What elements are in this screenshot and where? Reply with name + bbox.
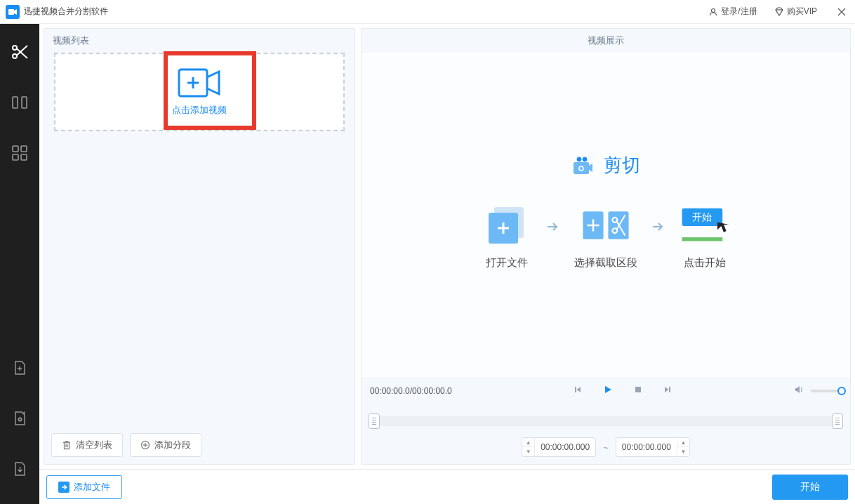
add-file-label: 添加文件	[74, 481, 110, 493]
stop-icon	[634, 385, 642, 394]
svg-point-11	[19, 418, 22, 421]
step-open-file: 打开文件	[482, 206, 532, 270]
step3-label: 点击开始	[684, 256, 726, 270]
spin-up[interactable]: ▲	[522, 438, 534, 447]
add-video-dropzone[interactable]: 点击添加视频	[54, 53, 345, 131]
sidebar-split[interactable]	[4, 87, 35, 118]
arrow-right-box-icon	[58, 482, 69, 493]
spin-up[interactable]: ▲	[677, 438, 689, 447]
vip-label: 购买VIP	[787, 6, 817, 18]
login-label: 登录/注册	[721, 6, 757, 18]
plus-circle-icon	[140, 440, 150, 450]
volume-button[interactable]	[794, 385, 804, 397]
sidebar-grid[interactable]	[4, 138, 35, 168]
svg-point-2	[13, 46, 17, 50]
titlebar: 迅捷视频合并分割软件 登录/注册 购买VIP	[0, 0, 855, 24]
file-download-icon	[12, 461, 27, 477]
step-select-range: 选择截取区段	[574, 206, 637, 270]
svg-point-15	[577, 157, 581, 161]
svg-rect-14	[574, 162, 589, 174]
open-file-icon	[484, 205, 529, 246]
volume-icon	[794, 385, 804, 394]
preview-header: 视频展示	[362, 29, 850, 53]
svg-point-1	[712, 8, 715, 12]
start-button[interactable]: 开始	[772, 475, 848, 500]
svg-rect-27	[635, 387, 641, 392]
diamond-icon	[774, 7, 784, 17]
step1-label: 打开文件	[486, 256, 528, 270]
user-icon	[708, 7, 718, 17]
svg-rect-26	[682, 237, 723, 241]
svg-point-3	[13, 54, 17, 58]
time-display: 00:00:00.0/00:00:00.0	[370, 386, 452, 396]
svg-point-4	[20, 51, 21, 53]
sidebar-cut[interactable]	[4, 37, 35, 67]
scissors-icon	[11, 43, 29, 61]
bottom-bar: 添加文件 开始	[39, 469, 855, 504]
end-time-value: 00:00:00.000	[616, 442, 677, 452]
range-handle-end[interactable]	[832, 413, 843, 429]
arrow-icon	[546, 221, 560, 234]
add-video-icon	[177, 67, 222, 98]
svg-rect-0	[8, 9, 14, 15]
step-back-icon	[574, 385, 582, 394]
app-title: 迅捷视频合并分割软件	[24, 6, 108, 18]
file-gear-icon	[12, 411, 27, 426]
video-list-panel: 视频列表 点击添加视频 清空列表 添加分段	[44, 28, 355, 465]
step-forward-icon	[663, 385, 672, 394]
svg-rect-5	[13, 97, 18, 108]
range-handle-start[interactable]	[369, 413, 380, 429]
volume-slider[interactable]	[811, 390, 842, 392]
list-header: 视频列表	[44, 29, 354, 53]
add-segment-button[interactable]: 添加分段	[130, 433, 201, 457]
play-icon	[603, 385, 613, 394]
svg-rect-8	[21, 146, 27, 152]
steps-row: 打开文件 选择截取区段	[482, 206, 730, 270]
svg-rect-6	[22, 97, 27, 108]
add-segment-label: 添加分段	[154, 439, 191, 451]
preview-panel: 视频展示 剪切 打开文件	[361, 28, 851, 465]
end-time-input[interactable]: 00:00:00.000 ▲▼	[616, 437, 690, 457]
camera-icon	[571, 155, 594, 176]
stop-button[interactable]	[634, 385, 642, 396]
svg-rect-7	[13, 146, 18, 152]
timeline-area: 00:00:00.0/00:00:00.0	[362, 378, 850, 464]
sidebar-add-file[interactable]	[4, 352, 35, 383]
range-separator: ~	[603, 442, 609, 453]
close-icon	[837, 8, 846, 16]
sidebar-export[interactable]	[4, 453, 35, 484]
split-icon	[11, 94, 28, 111]
spin-down[interactable]: ▼	[522, 447, 534, 456]
prev-frame-button[interactable]	[574, 385, 582, 396]
start-label: 开始	[800, 481, 820, 493]
arrow-icon	[651, 221, 665, 234]
add-file-button[interactable]: 添加文件	[46, 475, 122, 499]
dropzone-label: 点击添加视频	[172, 104, 227, 117]
file-plus-icon	[12, 360, 27, 376]
step-click-start: 开始 点击开始	[680, 206, 730, 270]
spin-down[interactable]: ▼	[677, 447, 689, 456]
trash-icon	[62, 440, 72, 450]
start-time-input[interactable]: ▲▼ 00:00:00.000	[522, 437, 596, 457]
sidebar	[0, 24, 39, 504]
svg-rect-10	[21, 154, 27, 160]
app-logo	[6, 5, 20, 19]
play-button[interactable]	[603, 385, 613, 397]
preview-title-text: 剪切	[604, 153, 640, 178]
sidebar-settings-file[interactable]	[4, 403, 35, 434]
buy-vip-button[interactable]: 购买VIP	[774, 6, 817, 18]
select-range-icon	[581, 206, 631, 244]
svg-rect-9	[13, 154, 18, 160]
start-button-graphic: 开始	[680, 205, 730, 246]
next-frame-button[interactable]	[663, 385, 672, 396]
range-slider[interactable]	[370, 416, 842, 426]
svg-text:开始: 开始	[692, 212, 712, 223]
clear-label: 清空列表	[76, 439, 112, 451]
clear-list-button[interactable]: 清空列表	[51, 433, 123, 457]
login-button[interactable]: 登录/注册	[708, 6, 757, 18]
start-time-value: 00:00:00.000	[535, 442, 595, 452]
preview-title-row: 剪切	[571, 153, 640, 178]
svg-point-16	[583, 157, 587, 161]
grid-icon	[12, 145, 27, 161]
close-button[interactable]	[834, 4, 849, 20]
